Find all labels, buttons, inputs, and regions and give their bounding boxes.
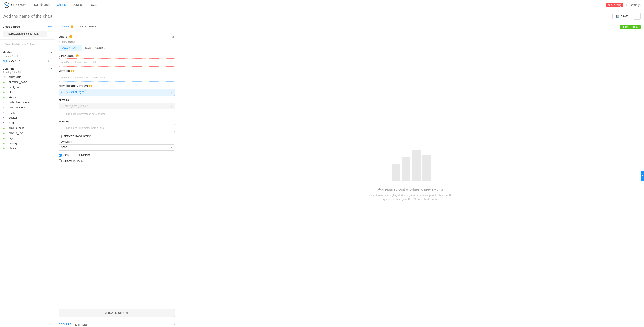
row-limit-select[interactable]: 1000 bbox=[58, 144, 175, 151]
dimensions-drop-zone[interactable]: + + Drop columns here or click bbox=[58, 59, 175, 67]
search-input[interactable] bbox=[2, 41, 52, 48]
column-msrp[interactable]: #msrp ⠿ bbox=[0, 120, 55, 125]
column-order_number[interactable]: #order_number ⠿ bbox=[0, 105, 55, 110]
tab-customize[interactable]: CUSTOMIZE bbox=[77, 22, 100, 31]
filter-item[interactable]: ✕ order_date (No filter) › bbox=[59, 103, 174, 110]
drag-handle[interactable]: ⠿ bbox=[50, 121, 52, 124]
drag-handle[interactable]: ⠿ bbox=[50, 111, 52, 114]
pct-drag-handle[interactable]: ⠿ bbox=[171, 91, 173, 94]
sort-descending-checkbox[interactable] bbox=[58, 154, 62, 157]
drag-handle[interactable]: ⠿ bbox=[50, 127, 52, 130]
drag-handle[interactable]: ⠿ bbox=[50, 106, 52, 109]
drag-handle[interactable]: ⠿ bbox=[50, 142, 52, 145]
column-phone[interactable]: abcphone ⠿ bbox=[0, 146, 55, 151]
column-product_line[interactable]: abcproduct_line ⠿ bbox=[0, 131, 55, 136]
raw-records-button[interactable]: RAW RECORDS bbox=[82, 45, 108, 51]
panel-footer: RESULTS SAMPLES ▾ bbox=[55, 320, 178, 327]
metric-item[interactable]: f(x) COUNT(*) ⊞ ⠿ bbox=[0, 58, 55, 63]
filter-drop-zone[interactable]: + + Drop columns/metrics here or click bbox=[59, 111, 174, 117]
drag-handle[interactable]: ⠿ bbox=[50, 81, 52, 84]
center-panel: DATA ℹ CUSTOMIZE Query ℹ ▲ QUERY MODE AG… bbox=[55, 22, 178, 327]
save-icon: 💾 bbox=[616, 15, 619, 18]
metrics-drop-zone[interactable]: + + Drop columns/metrics here or click bbox=[58, 74, 175, 82]
drag-handle[interactable]: ⠿ bbox=[50, 101, 52, 104]
pct-metrics-zone[interactable]: + f(x) COUNT(*) ⊞ ⠿ bbox=[58, 89, 175, 96]
sort-by-plus-icon: + bbox=[62, 127, 63, 130]
col-type-icon: abc bbox=[2, 147, 8, 150]
metric-table-icon: ⊞ bbox=[48, 59, 50, 62]
show-totals-label: SHOW TOTALS bbox=[63, 159, 83, 162]
drag-handle[interactable]: ⠿ bbox=[50, 147, 52, 150]
drag-handle[interactable]: ⠿ bbox=[50, 132, 52, 135]
filter-remove-button[interactable]: ✕ bbox=[62, 105, 64, 108]
datasource-name[interactable]: ⊞ public.cleaned_sales_data bbox=[2, 31, 47, 37]
nav-plus-button[interactable]: + bbox=[625, 3, 627, 7]
chart-empty-title: Add required control values to preview c… bbox=[378, 188, 444, 191]
nav-dashboards[interactable]: Dashboards bbox=[30, 0, 54, 10]
pct-metric-tag[interactable]: f(x) COUNT(*) ⊞ bbox=[64, 90, 86, 94]
footer-results-tab[interactable]: RESULTS bbox=[58, 321, 71, 327]
query-label-row: Query ℹ ▲ bbox=[58, 35, 175, 38]
nav-sql[interactable]: SQL bbox=[88, 0, 100, 10]
column-city[interactable]: abccity ⠿ bbox=[0, 136, 55, 141]
datasource-menu-button[interactable]: ⋮ bbox=[47, 31, 52, 37]
tab-data[interactable]: DATA ℹ bbox=[58, 22, 77, 31]
pct-metrics-label: PERCENTAGE METRICS ℹ bbox=[58, 85, 175, 87]
drag-handle[interactable]: ⠿ bbox=[50, 86, 52, 89]
nav-datasets[interactable]: Datasets bbox=[69, 0, 88, 10]
query-collapse-button[interactable]: ▲ bbox=[172, 35, 175, 38]
column-product_code[interactable]: abcproduct_code ⠿ bbox=[0, 125, 55, 131]
column-status[interactable]: abcstatus ⠿ bbox=[0, 95, 55, 100]
filter-item-left: ✕ order_date (No filter) bbox=[62, 105, 88, 108]
grid-icon: ⊞ bbox=[5, 32, 7, 36]
footer-expand-button[interactable]: ▾ bbox=[173, 323, 175, 326]
columns-collapse-btn[interactable]: ▲ bbox=[50, 67, 52, 70]
chart-bar-1 bbox=[392, 164, 400, 181]
column-order_line_number[interactable]: #order_line_number ⠿ bbox=[0, 100, 55, 105]
column-order_date[interactable]: 🕐order_date ⠿ bbox=[0, 74, 55, 80]
create-chart-button[interactable]: CREATE CHART bbox=[58, 309, 175, 317]
aggregate-button[interactable]: AGGREGATE bbox=[58, 45, 82, 51]
drag-handle[interactable]: ⠿ bbox=[50, 116, 52, 119]
columns-label: Columns bbox=[2, 67, 14, 70]
fx-icon: f(x) bbox=[66, 91, 68, 94]
dimensions-label: DIMENSIONS ℹ bbox=[58, 55, 175, 57]
filter-expand-icon[interactable]: › bbox=[171, 105, 172, 108]
row-limit-section: ROW LIMIT 1000 bbox=[58, 141, 175, 151]
server-pagination-row: SERVER PAGINATION bbox=[58, 135, 175, 138]
server-pagination-checkbox[interactable] bbox=[58, 135, 62, 138]
column-customer_name[interactable]: abccustomer_name ⠿ bbox=[0, 80, 55, 85]
more-options-button[interactable]: ··· bbox=[633, 13, 640, 20]
column-deal_size[interactable]: abcdeal_size ⠿ bbox=[0, 85, 55, 90]
nav-settings-button[interactable]: Settings bbox=[630, 4, 640, 7]
metrics-label: Metrics bbox=[2, 51, 12, 54]
metrics-collapse-btn[interactable]: ▲ bbox=[50, 51, 52, 54]
sort-by-zone[interactable]: + + Drop a column/metric here or click bbox=[58, 124, 175, 132]
nav-charts[interactable]: Charts bbox=[54, 0, 69, 10]
col-type-icon: # bbox=[2, 101, 8, 104]
col-type-icon: 🕐 bbox=[2, 76, 8, 78]
metrics-field-label: METRICS ℹ bbox=[58, 70, 175, 72]
header-actions: 💾 SAVE ··· bbox=[612, 13, 640, 20]
column-quarter[interactable]: #quarter ⠿ bbox=[0, 115, 55, 120]
metrics-plus-icon: + bbox=[62, 76, 63, 79]
pct-table-icon: ⊞ bbox=[82, 91, 84, 94]
drag-handle[interactable]: ⠿ bbox=[50, 91, 52, 94]
column-country[interactable]: abccountry ⠿ bbox=[0, 141, 55, 146]
drag-handle[interactable]: ⠿ bbox=[50, 96, 52, 99]
pct-plus-icon[interactable]: + bbox=[60, 91, 62, 94]
chart-title-input[interactable] bbox=[4, 14, 57, 19]
column-month[interactable]: #month ⠿ bbox=[0, 110, 55, 115]
metric-name: COUNT(*) bbox=[9, 59, 20, 62]
col-name: order_line_number bbox=[9, 101, 30, 104]
footer-samples-tab[interactable]: SAMPLES bbox=[74, 321, 88, 327]
metric-drag-handle[interactable]: ⠿ bbox=[50, 59, 52, 62]
column-state[interactable]: abcstate ⠿ bbox=[0, 90, 55, 95]
drag-handle[interactable]: ⠿ bbox=[50, 76, 52, 79]
chart-source-pin[interactable]: ⟵ bbox=[48, 25, 52, 28]
right-edge-collapse-button[interactable] bbox=[640, 171, 644, 181]
drag-handle[interactable]: ⠿ bbox=[50, 137, 52, 140]
show-totals-checkbox[interactable] bbox=[58, 159, 62, 162]
chart-bar-4 bbox=[422, 155, 431, 181]
save-button[interactable]: 💾 SAVE bbox=[612, 13, 632, 19]
